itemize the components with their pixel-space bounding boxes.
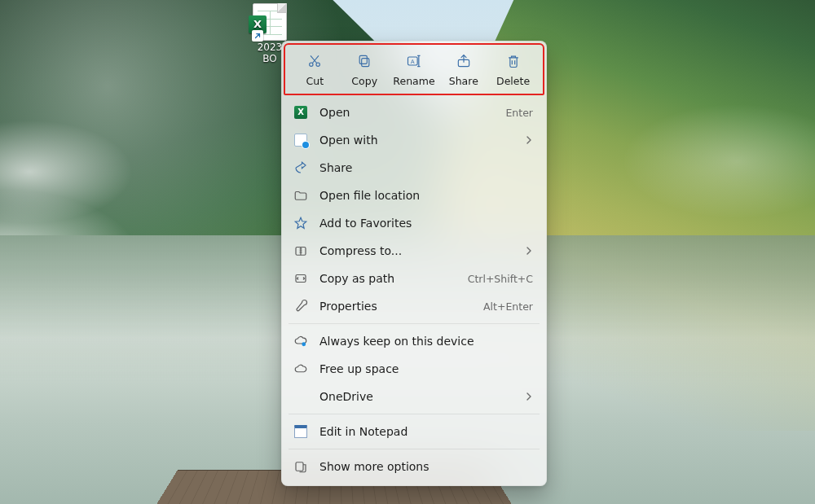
menu-share-label: Share (319, 161, 533, 174)
menu-onedrive-label: OneDrive (319, 390, 513, 403)
menu-always-keep-on-device[interactable]: Always keep on this device (285, 327, 543, 355)
share-icon (456, 53, 472, 72)
menu-open-accel: Enter (505, 107, 533, 119)
menu-open-with[interactable]: Open with (285, 126, 543, 154)
copy-button[interactable]: Copy (340, 51, 390, 89)
menu-open-file-location-label: Open file location (319, 189, 533, 202)
trash-icon (505, 53, 522, 72)
menu-add-to-favorites[interactable]: Add to Favorites (285, 209, 543, 237)
svg-rect-2 (362, 59, 369, 67)
share-label: Share (449, 75, 478, 87)
rename-icon: A (406, 53, 422, 72)
menu-always-keep-label: Always keep on this device (319, 335, 533, 348)
menu-compress-to[interactable]: Compress to... (285, 237, 543, 265)
chevron-right-icon (525, 390, 533, 403)
menu-open-with-label: Open with (319, 134, 513, 147)
share-button[interactable]: Share (438, 51, 488, 89)
copy-icon (356, 53, 372, 72)
menu-add-to-favorites-label: Add to Favorites (319, 217, 533, 230)
shortcut-arrow-icon (252, 30, 263, 42)
menu-separator (289, 449, 540, 449)
star-icon (293, 216, 308, 230)
cut-label: Cut (306, 75, 324, 87)
menu-open-file-location[interactable]: Open file location (285, 182, 543, 209)
menu-copy-as-path-accel: Ctrl+Shift+C (468, 273, 533, 285)
cloud-sync-icon (293, 334, 308, 348)
menu-separator (289, 323, 540, 324)
rename-button[interactable]: A Rename (390, 51, 439, 89)
menu-properties[interactable]: Properties Alt+Enter (285, 292, 543, 320)
open-with-icon (293, 133, 308, 147)
context-menu-action-bar: Cut Copy A Rename Share Delete (284, 43, 544, 95)
menu-open[interactable]: X Open Enter (285, 99, 543, 126)
share-arrow-icon (293, 160, 308, 175)
svg-point-0 (310, 63, 313, 66)
menu-onedrive[interactable]: OneDrive (285, 383, 543, 410)
context-menu: Cut Copy A Rename Share Delete (281, 41, 547, 486)
chevron-right-icon (525, 244, 533, 257)
delete-label: Delete (496, 75, 530, 87)
excel-file-icon: X (253, 3, 287, 41)
menu-edit-in-notepad-label: Edit in Notepad (319, 425, 533, 438)
excel-app-icon: X (293, 105, 308, 120)
menu-edit-in-notepad[interactable]: Edit in Notepad (285, 418, 543, 445)
svg-rect-10 (296, 462, 303, 471)
svg-point-1 (316, 63, 319, 66)
menu-separator (289, 414, 540, 414)
menu-properties-accel: Alt+Enter (483, 300, 533, 313)
wrench-icon (293, 299, 308, 313)
rename-label: Rename (393, 75, 434, 87)
svg-point-9 (302, 342, 306, 346)
menu-free-up-space-label: Free up space (319, 362, 533, 375)
folder-icon (293, 188, 308, 203)
menu-copy-as-path-label: Copy as path (319, 272, 456, 285)
onedrive-spacer-icon (293, 389, 308, 404)
copy-path-icon (293, 271, 308, 286)
menu-properties-label: Properties (319, 300, 472, 313)
menu-copy-as-path[interactable]: Copy as path Ctrl+Shift+C (285, 265, 543, 292)
menu-share[interactable]: Share (285, 154, 543, 182)
menu-show-more-options[interactable]: Show more options (285, 453, 543, 480)
menu-free-up-space[interactable]: Free up space (285, 355, 543, 383)
menu-open-label: Open (319, 106, 494, 119)
chevron-right-icon (525, 134, 533, 147)
svg-text:A: A (411, 59, 415, 65)
scissors-icon (306, 53, 323, 72)
delete-button[interactable]: Delete (488, 51, 538, 89)
cut-button[interactable]: Cut (290, 51, 340, 89)
cloud-icon (293, 362, 308, 376)
svg-rect-3 (359, 55, 367, 64)
archive-icon (293, 243, 308, 258)
menu-show-more-options-label: Show more options (319, 460, 533, 473)
copy-label: Copy (351, 75, 377, 87)
show-more-icon (293, 459, 308, 474)
menu-compress-to-label: Compress to... (319, 244, 513, 257)
notepad-icon (293, 424, 308, 439)
